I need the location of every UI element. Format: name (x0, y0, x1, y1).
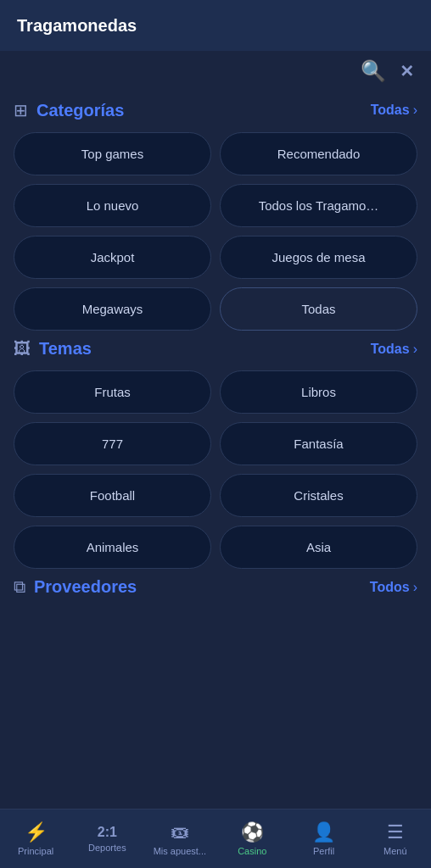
theme-777[interactable]: 777 (14, 422, 211, 465)
categories-title: Categorías (36, 101, 124, 120)
providers-title: Proveedores (34, 577, 137, 597)
nav-mis-apuestas-label: Mis apuest... (154, 846, 206, 856)
search-icon[interactable]: 🔍 (361, 59, 386, 83)
theme-fantasia[interactable]: Fantasía (220, 422, 417, 465)
themes-image-icon: 🖼 (14, 339, 31, 359)
theme-football[interactable]: Football (14, 474, 211, 517)
themes-grid: Frutas Libros 777 Fantasía Football Cris… (14, 370, 417, 569)
categories-section-left: ⊞ Categorías (14, 100, 124, 120)
providers-section-left: ⧉ Proveedores (14, 577, 137, 597)
nav-perfil-label: Perfil (313, 846, 334, 856)
themes-all-link[interactable]: Todas › (371, 342, 417, 357)
categories-grid-icon: ⊞ (14, 100, 28, 120)
nav-casino-label: Casino (238, 846, 266, 856)
categories-all-link[interactable]: Todas › (371, 103, 417, 118)
categories-section-header: ⊞ Categorías Todas › (14, 100, 417, 120)
search-area: 🔍 ✕ (0, 51, 431, 83)
nav-menu-icon: ☰ (387, 821, 404, 843)
themes-all-label: Todas (371, 342, 410, 357)
theme-asia[interactable]: Asia (220, 526, 417, 569)
themes-section-header: 🖼 Temas Todas › (14, 339, 417, 359)
app-header: Tragamonedas (0, 0, 431, 51)
nav-mis-apuestas-icon: 🎟 (171, 821, 189, 843)
theme-libros[interactable]: Libros (220, 370, 417, 414)
theme-animales[interactable]: Animales (14, 526, 211, 569)
categories-grid: Top games Recomendado Lo nuevo Todos los… (14, 132, 417, 331)
nav-deportes[interactable]: 2:1 Deportes (81, 825, 132, 853)
main-content: ⊞ Categorías Todas › Top games Recomenda… (0, 83, 431, 676)
categories-all-label: Todas (371, 103, 410, 118)
nav-principal-label: Principal (18, 846, 53, 856)
category-top-games[interactable]: Top games (14, 132, 211, 175)
nav-deportes-icon: 2:1 (98, 825, 117, 840)
category-todas[interactable]: Todas (220, 287, 417, 331)
providers-chevron-icon: › (413, 580, 417, 595)
close-icon[interactable]: ✕ (400, 61, 414, 81)
providers-section-header: ⧉ Proveedores Todos › (14, 577, 417, 597)
category-recomendado[interactable]: Recomendado (220, 132, 417, 175)
themes-chevron-icon: › (413, 342, 417, 357)
nav-principal[interactable]: ⚡ Principal (10, 821, 61, 856)
providers-icon: ⧉ (14, 577, 25, 597)
nav-principal-icon: ⚡ (25, 821, 48, 843)
category-juegos-mesa[interactable]: Juegos de mesa (220, 236, 417, 279)
nav-mis-apuestas[interactable]: 🎟 Mis apuest... (154, 821, 206, 856)
theme-cristales[interactable]: Cristales (220, 474, 417, 517)
nav-casino[interactable]: ⚽ Casino (227, 821, 277, 856)
providers-all-link[interactable]: Todos › (370, 580, 417, 595)
category-lo-nuevo[interactable]: Lo nuevo (14, 184, 211, 227)
nav-perfil-icon: 👤 (312, 821, 335, 843)
themes-title: Temas (39, 339, 92, 359)
categories-chevron-icon: › (413, 103, 417, 118)
app-title: Tragamonedas (17, 16, 137, 36)
nav-menu-label: Menú (383, 846, 407, 856)
nav-casino-icon: ⚽ (241, 821, 264, 843)
nav-menu[interactable]: ☰ Menú (370, 821, 421, 856)
providers-all-label: Todos (370, 580, 410, 595)
category-todos-tragamo[interactable]: Todos los Tragamo… (220, 184, 417, 227)
category-megaways[interactable]: Megaways (14, 287, 211, 331)
category-jackpot[interactable]: Jackpot (14, 236, 211, 279)
nav-perfil[interactable]: 👤 Perfil (299, 821, 350, 856)
themes-section-left: 🖼 Temas (14, 339, 92, 359)
nav-deportes-label: Deportes (88, 843, 126, 853)
bottom-nav: ⚡ Principal 2:1 Deportes 🎟 Mis apuest...… (0, 809, 431, 868)
theme-frutas[interactable]: Frutas (14, 370, 211, 414)
